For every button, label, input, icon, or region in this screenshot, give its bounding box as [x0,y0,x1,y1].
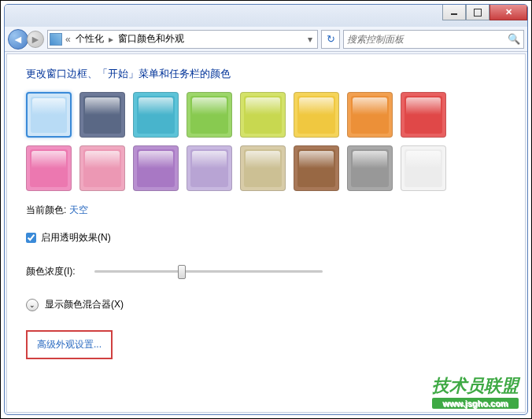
titlebar [5,5,527,27]
forward-button[interactable]: ► [27,31,44,48]
color-swatch-violet[interactable] [133,145,179,191]
color-swatches [26,92,467,191]
color-mixer-toggle[interactable]: ⌄ 显示颜色混合器(X) [26,298,506,311]
intensity-row: 颜色浓度(I): [26,263,506,279]
color-swatch-pumpkin[interactable] [347,92,393,138]
maximize-button[interactable] [466,5,490,20]
address-bar[interactable]: « 个性化 ▸ 窗口颜色和外观 ▾ [47,30,318,49]
color-swatch-lime[interactable] [240,92,286,138]
color-swatch-sea[interactable] [133,92,179,138]
intensity-slider[interactable] [94,263,323,279]
chevron-right-icon: ▸ [107,34,115,45]
breadcrumb-personalization[interactable]: 个性化 [72,31,107,47]
content-pane: 更改窗口边框、「开始」菜单和任务栏的颜色 当前颜色: 天空 启用透明效果(N) … [6,53,526,413]
color-swatch-taupe[interactable] [240,145,286,191]
current-color-label: 当前颜色: [26,204,66,215]
color-swatch-leaf[interactable] [187,92,232,138]
color-swatch-ruby[interactable] [401,92,446,138]
transparency-checkbox[interactable] [26,233,36,243]
back-button[interactable]: ◄ [8,29,28,50]
advanced-link-highlight: 高级外观设置... [26,330,113,359]
color-swatch-sun[interactable] [294,92,339,138]
color-swatch-fuchsia[interactable] [26,145,72,191]
breadcrumb-prefix: « [64,34,72,45]
transparency-row[interactable]: 启用透明效果(N) [26,231,506,244]
intensity-label: 颜色浓度(I): [26,265,76,278]
breadcrumb-window-color[interactable]: 窗口颜色和外观 [115,31,187,47]
slider-thumb[interactable] [178,265,186,279]
search-input[interactable] [347,34,508,45]
minimize-button[interactable] [442,5,466,20]
slider-track [94,270,323,273]
breadcrumb: « 个性化 ▸ 窗口颜色和外观 [64,31,187,47]
color-swatch-twilight[interactable] [79,92,125,138]
address-dropdown[interactable]: ▾ [305,34,316,45]
search-icon[interactable]: 🔍 [508,33,520,45]
color-swatch-frost[interactable] [401,145,446,191]
nav-row: ◄ ► « 个性化 ▸ 窗口颜色和外观 ▾ ↻ 🔍 [5,27,527,52]
color-swatch-blush[interactable] [79,145,125,191]
watermark: 技术员联盟 www.jsgho.com [432,374,519,409]
color-swatch-slate[interactable] [347,145,393,191]
refresh-button[interactable]: ↻ [321,30,340,49]
color-swatch-lavender[interactable] [187,145,232,191]
control-panel-icon [50,33,62,46]
close-button[interactable] [490,5,527,20]
current-color-row: 当前颜色: 天空 [26,204,506,217]
color-swatch-sky[interactable] [26,92,72,138]
chevron-down-icon: ⌄ [26,299,39,311]
search-bar[interactable]: 🔍 [343,30,524,49]
advanced-appearance-link[interactable]: 高级外观设置... [37,339,102,350]
current-color-value: 天空 [69,204,88,215]
page-title: 更改窗口边框、「开始」菜单和任务栏的颜色 [26,67,506,81]
color-swatch-chocolate[interactable] [294,145,339,191]
mixer-label: 显示颜色混合器(X) [45,298,124,311]
transparency-label: 启用透明效果(N) [41,231,111,244]
